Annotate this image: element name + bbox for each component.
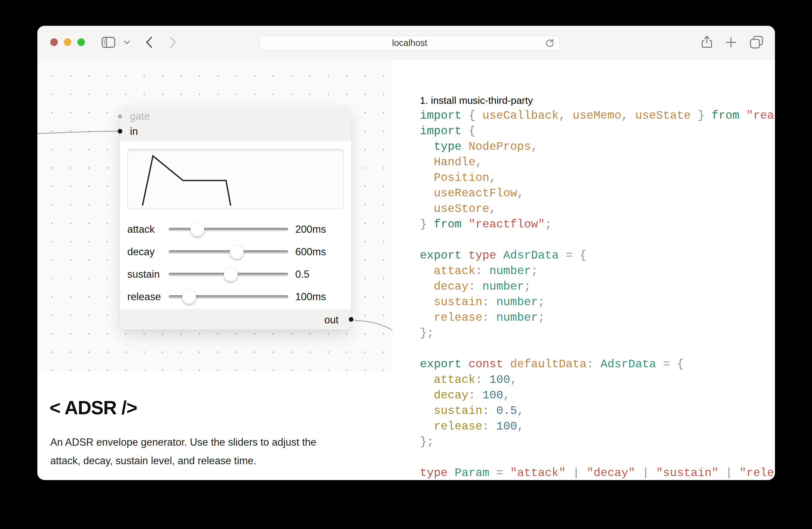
code-line (420, 232, 775, 248)
slider-track-decay[interactable] (169, 250, 288, 254)
code-line: attack: number; (420, 263, 775, 279)
code-line: decay: number; (420, 279, 775, 295)
back-button[interactable] (144, 35, 154, 51)
code-line (420, 450, 775, 466)
slider-row-decay: decay600ms (127, 245, 344, 259)
envelope-graph (127, 149, 344, 209)
adsr-node-footer: out (120, 309, 351, 330)
reload-icon[interactable] (545, 38, 555, 49)
toolbar-divider (120, 37, 120, 47)
slider-label-release: release (127, 290, 161, 303)
slider-thumb-decay[interactable] (230, 245, 244, 259)
description-line-2: attack, decay, sustain level, and releas… (50, 452, 368, 470)
code-line: Handle, (420, 155, 775, 170)
out-port-handle[interactable] (349, 317, 353, 322)
code-line: import { useCallback, useMemo, useState … (420, 108, 775, 124)
in-port-label: in (130, 126, 138, 138)
slider-value-release: 100ms (295, 290, 326, 303)
tab-overview-icon[interactable] (750, 36, 764, 50)
code-line: import { (420, 124, 775, 139)
slider-track-sustain[interactable] (169, 273, 288, 276)
zoom-window-button[interactable] (77, 38, 85, 46)
code-line: useStore, (420, 201, 775, 217)
slider-track-release[interactable] (169, 295, 288, 299)
code-line: Position, (420, 170, 775, 186)
adsr-node[interactable]: gate in attack200msdecay600mssustain0.5r… (120, 106, 351, 330)
adsr-node-header: gate in (120, 106, 351, 141)
share-icon[interactable] (701, 36, 712, 50)
gate-port-handle[interactable] (118, 114, 122, 118)
sidebar-toggle-icon[interactable] (102, 37, 115, 49)
code-line: type NodeProps, (420, 139, 775, 155)
chevron-down-icon[interactable] (123, 40, 131, 46)
slider-label-attack: attack (127, 223, 155, 236)
code-line: release: number; (420, 310, 775, 326)
out-port-label: out (324, 314, 338, 326)
close-window-button[interactable] (50, 38, 58, 46)
code-line: }; (420, 434, 775, 450)
slider-row-release: release100ms (127, 290, 344, 303)
slider-value-decay: 600ms (295, 245, 326, 259)
code-lines: import { useCallback, useMemo, useState … (420, 108, 775, 480)
minimize-window-button[interactable] (64, 38, 71, 46)
slider-thumb-sustain[interactable] (224, 268, 238, 281)
forward-button[interactable] (168, 35, 177, 51)
slider-thumb-release[interactable] (182, 290, 196, 304)
new-tab-icon[interactable] (725, 37, 737, 49)
in-port-handle[interactable] (118, 129, 122, 133)
url-text[interactable]: localhost (260, 36, 560, 50)
browser-window: localhost (38, 26, 775, 480)
code-line (420, 341, 775, 357)
code-line: decay: 100, (420, 388, 775, 403)
slider-track-attack[interactable] (169, 228, 288, 231)
code-line: sustain: number; (420, 295, 775, 310)
code-line: type Param = "attack" | "decay" | "susta… (420, 466, 775, 480)
browser-toolbar: localhost (38, 26, 775, 59)
code-step-heading: 1. install music-third-party (420, 92, 775, 108)
page-title: < ADSR /> (49, 397, 137, 418)
slider-value-sustain: 0.5 (295, 268, 309, 281)
slider-row-sustain: sustain0.5 (127, 268, 344, 281)
code-line: release: 100, (420, 419, 775, 434)
code-line: }; (420, 326, 775, 341)
slider-value-attack: 200ms (295, 223, 326, 236)
code-pane[interactable]: 1. install music-third-party import { us… (420, 59, 775, 480)
envelope-curve (143, 156, 230, 205)
description-line-1: An ADSR envelope generator. Use the slid… (50, 433, 368, 452)
slider-row-attack: attack200ms (127, 223, 344, 236)
code-line: useReactFlow, (420, 186, 775, 201)
slider-label-sustain: sustain (127, 268, 160, 281)
page-description: An ADSR envelope generator. Use the slid… (50, 433, 368, 470)
code-line: export const defaultData: AdsrData = { (420, 357, 775, 372)
slider-label-decay: decay (127, 245, 155, 259)
code-line: export type AdsrData = { (420, 248, 775, 263)
gate-port-label: gate (130, 111, 150, 122)
code-line: } from "reactflow"; (420, 217, 775, 232)
code-line: sustain: 0.5, (420, 403, 775, 419)
slider-thumb-attack[interactable] (190, 223, 204, 237)
url-bar[interactable]: localhost (260, 36, 560, 51)
code-line: attack: 100, (420, 372, 775, 388)
